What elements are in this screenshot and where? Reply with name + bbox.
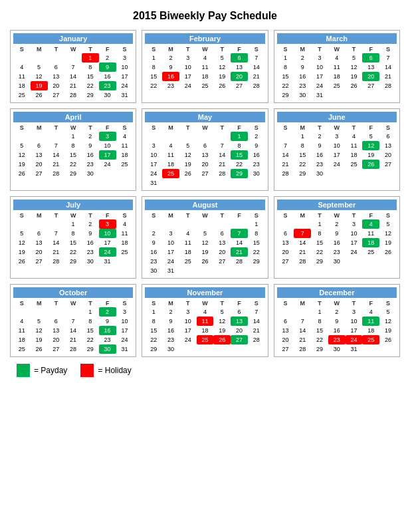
- cal-cell: [277, 307, 294, 317]
- cal-cell: 15: [248, 238, 265, 247]
- cal-cell: 28: [64, 344, 82, 354]
- table-row: 1234567: [145, 307, 264, 317]
- cal-cell: 22: [82, 335, 99, 344]
- cal-cell: [197, 178, 214, 188]
- cal-cell: 2: [145, 229, 162, 238]
- table-row: 891011121314: [145, 317, 264, 326]
- cal-cell: 24: [179, 81, 197, 90]
- cal-cell: 25: [362, 247, 379, 257]
- day-header: T: [213, 299, 231, 307]
- cal-cell: 17: [346, 238, 363, 247]
- cal-cell: 17: [179, 326, 197, 335]
- cal-cell: 6: [231, 53, 248, 63]
- cal-cell: 26: [31, 344, 48, 354]
- cal-cell: 14: [248, 317, 265, 326]
- cal-cell: 21: [64, 335, 82, 344]
- month-title: September: [277, 200, 397, 210]
- day-header: W: [197, 124, 214, 132]
- day-header: F: [231, 211, 248, 219]
- cal-cell: 11: [116, 141, 134, 150]
- cal-cell: 1: [145, 307, 162, 317]
- cal-table: SMTWTFS123456789101112131415161718192021…: [13, 45, 133, 100]
- day-header: T: [179, 45, 197, 53]
- cal-cell: 28: [248, 81, 265, 90]
- cal-cell: 24: [311, 81, 328, 90]
- cal-cell: 5: [379, 307, 397, 317]
- table-row: 24252627282930: [145, 169, 264, 178]
- cal-cell: 31: [145, 178, 162, 188]
- cal-cell: 4: [13, 317, 31, 326]
- cal-cell: 17: [179, 72, 197, 81]
- holiday-color-box: [80, 364, 94, 377]
- table-row: 123456: [277, 132, 397, 141]
- table-row: 13141516171819: [277, 238, 397, 247]
- table-row: 15161718192021: [145, 72, 264, 81]
- cal-cell: 18: [116, 150, 134, 160]
- cal-cell: 31: [162, 266, 179, 275]
- cal-cell: 13: [31, 238, 48, 247]
- cal-cell: 31: [116, 90, 134, 100]
- cal-cell: 4: [362, 307, 379, 317]
- cal-cell: 30: [162, 344, 179, 354]
- cal-cell: 9: [328, 229, 346, 238]
- cal-cell: 7: [294, 229, 311, 238]
- cal-cell: 3: [99, 219, 116, 229]
- table-row: 2728293031: [277, 344, 397, 354]
- cal-cell: 27: [277, 257, 294, 266]
- cal-cell: 10: [328, 141, 346, 150]
- cal-cell: 4: [346, 132, 363, 141]
- cal-cell: [197, 90, 214, 100]
- cal-cell: 1: [231, 132, 248, 141]
- cal-cell: 3: [116, 307, 134, 317]
- day-header: T: [82, 45, 99, 53]
- day-header: F: [231, 124, 248, 132]
- cal-cell: 23: [99, 81, 116, 90]
- cal-cell: 16: [328, 326, 346, 335]
- cal-cell: 20: [213, 247, 231, 257]
- cal-cell: 1: [277, 53, 294, 63]
- cal-cell: 20: [231, 72, 248, 81]
- cal-cell: [277, 132, 294, 141]
- day-header: T: [48, 124, 65, 132]
- cal-cell: 27: [31, 257, 48, 266]
- month-title: October: [13, 287, 133, 298]
- cal-cell: 1: [82, 307, 99, 317]
- cal-cell: 5: [31, 63, 48, 72]
- cal-cell: 6: [48, 63, 65, 72]
- cal-cell: 20: [31, 160, 48, 169]
- cal-cell: 5: [31, 317, 48, 326]
- cal-cell: 29: [64, 257, 82, 266]
- day-header: S: [248, 211, 265, 219]
- cal-cell: 23: [82, 247, 99, 257]
- cal-cell: 2: [328, 307, 346, 317]
- table-row: 282930: [277, 169, 397, 178]
- month-november: NovemberSMTWTFS1234567891011121314151617…: [142, 284, 268, 357]
- cal-cell: 10: [311, 63, 328, 72]
- table-row: 15161718192021: [277, 72, 397, 81]
- cal-cell: 16: [328, 238, 346, 247]
- day-header: T: [48, 299, 65, 307]
- cal-cell: 12: [179, 150, 197, 160]
- cal-cell: 3: [311, 53, 328, 63]
- cal-cell: 28: [213, 169, 231, 178]
- cal-cell: [31, 53, 48, 63]
- cal-table: SMTWTFS123456789101112131415161718192021…: [13, 124, 133, 178]
- table-row: 22232425262728: [277, 81, 397, 90]
- cal-cell: 18: [13, 335, 31, 344]
- table-row: 20212223242526: [277, 247, 397, 257]
- cal-cell: 8: [311, 229, 328, 238]
- cal-cell: [162, 90, 179, 100]
- cal-cell: 28: [379, 81, 397, 90]
- cal-cell: 10: [99, 229, 116, 238]
- cal-cell: 18: [362, 238, 379, 247]
- cal-cell: [213, 266, 231, 275]
- cal-table: SMTWTFS123456789101112131415161718192021…: [13, 299, 133, 354]
- table-row: 2627282930: [13, 169, 133, 178]
- cal-cell: 8: [294, 141, 311, 150]
- table-row: 9101112131415: [145, 238, 264, 247]
- cal-cell: 5: [213, 53, 231, 63]
- month-title: March: [277, 33, 397, 44]
- cal-cell: [379, 169, 397, 178]
- cal-cell: 8: [64, 229, 82, 238]
- cal-cell: 24: [116, 335, 134, 344]
